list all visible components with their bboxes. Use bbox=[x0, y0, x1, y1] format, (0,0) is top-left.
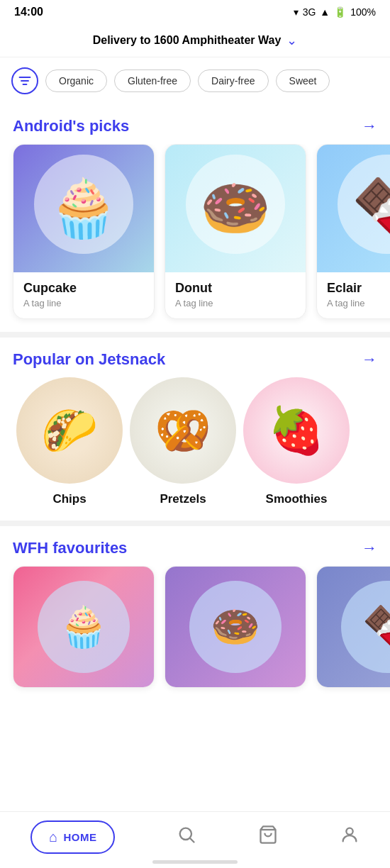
pick-card-donut[interactable]: 🍩 Donut A tag line bbox=[165, 144, 306, 319]
popular-circle-smoothies: 🍓 bbox=[243, 377, 350, 484]
chevron-down-icon[interactable]: ⌄ bbox=[286, 33, 297, 48]
filter-icon bbox=[18, 74, 32, 88]
pick-card-donut-img: 🍩 bbox=[165, 145, 306, 272]
status-time: 14:00 bbox=[14, 6, 43, 18]
delivery-header[interactable]: Delivery to 1600 Amphitheater Way ⌄ bbox=[0, 24, 390, 57]
status-bar: 14:00 ▾ 3G ▲ 🔋 100% bbox=[0, 0, 390, 24]
wfh-header: WFH favourites → bbox=[0, 526, 390, 566]
wfh-cupcake-emoji: 🧁 bbox=[13, 567, 154, 687]
filter-chip-organic[interactable]: Organic bbox=[45, 69, 107, 92]
signal-icon: ▲ bbox=[320, 6, 330, 18]
androids-picks-title: Android's picks bbox=[13, 117, 129, 135]
wfh-card-eclair-img: 🍫 bbox=[317, 567, 390, 687]
filter-chip-gluten-free[interactable]: Gluten-free bbox=[114, 69, 191, 92]
filter-row: Organic Gluten-free Dairy-free Sweet bbox=[0, 57, 390, 104]
wfh-card-cupcake-img: 🧁 bbox=[13, 567, 154, 687]
popular-item-chips[interactable]: 🌮 Chips bbox=[13, 377, 126, 506]
pretzels-emoji: 🥨 bbox=[155, 408, 211, 453]
home-indicator bbox=[152, 860, 238, 864]
wfh-arrow[interactable]: → bbox=[362, 539, 377, 557]
pick-card-cupcake[interactable]: 🧁 Cupcake A tag line bbox=[13, 144, 155, 319]
wfh-card-cupcake[interactable]: 🧁 bbox=[13, 566, 155, 688]
wfh-donut-emoji: 🍩 bbox=[165, 567, 306, 687]
wfh-title: WFH favourites bbox=[13, 539, 127, 557]
pick-card-cupcake-img: 🧁 bbox=[13, 145, 154, 272]
picks-scroll: 🧁 Cupcake A tag line 🍩 Donut A tag line … bbox=[0, 144, 390, 332]
battery-icon: 🔋 bbox=[334, 6, 346, 18]
filter-chip-dairy-free[interactable]: Dairy-free bbox=[198, 69, 268, 92]
filter-chip-sweet[interactable]: Sweet bbox=[276, 69, 330, 92]
popular-header: Popular on Jetsnack → bbox=[0, 338, 390, 377]
profile-icon[interactable] bbox=[340, 825, 360, 850]
popular-arrow[interactable]: → bbox=[362, 350, 377, 369]
pick-card-eclair[interactable]: 🍫 Eclair A tag line bbox=[316, 144, 390, 319]
androids-picks-arrow[interactable]: → bbox=[362, 117, 377, 135]
search-icon[interactable] bbox=[177, 825, 196, 850]
svg-line-4 bbox=[190, 838, 194, 842]
popular-title: Popular on Jetsnack bbox=[13, 350, 165, 369]
pick-card-cupcake-name: Cupcake bbox=[23, 281, 144, 296]
pick-card-eclair-tagline: A tag line bbox=[327, 298, 390, 308]
pick-card-eclair-img: 🍫 bbox=[317, 145, 390, 272]
wfh-card-donut-img: 🍩 bbox=[165, 567, 306, 687]
popular-label-smoothies: Smoothies bbox=[266, 492, 328, 506]
battery-label: 100% bbox=[350, 6, 376, 18]
pick-card-eclair-name: Eclair bbox=[327, 281, 390, 296]
popular-circle-chips: 🌮 bbox=[16, 377, 123, 484]
popular-item-smoothies[interactable]: 🍓 Smoothies bbox=[240, 377, 353, 506]
pick-card-donut-tagline: A tag line bbox=[175, 298, 296, 308]
delivery-address: Delivery to 1600 Amphitheater Way bbox=[93, 34, 282, 47]
wfh-card-donut[interactable]: 🍩 bbox=[165, 566, 306, 688]
popular-circle-pretzels: 🥨 bbox=[130, 377, 236, 484]
popular-section: Popular on Jetsnack → 🌮 Chips 🥨 Pretzels… bbox=[0, 338, 390, 521]
wfh-scroll: 🧁 🍩 🍫 bbox=[0, 566, 390, 701]
home-icon: ⌂ bbox=[49, 829, 57, 845]
network-label: 3G bbox=[303, 6, 316, 18]
cart-icon[interactable] bbox=[258, 825, 278, 850]
popular-items: 🌮 Chips 🥨 Pretzels 🍓 Smoothies bbox=[0, 377, 390, 521]
home-button[interactable]: ⌂ HOME bbox=[30, 820, 115, 854]
smoothies-emoji: 🍓 bbox=[268, 408, 325, 453]
filter-icon-button[interactable] bbox=[11, 67, 38, 94]
pick-card-donut-name: Donut bbox=[175, 281, 296, 296]
wfh-card-eclair[interactable]: 🍫 bbox=[316, 566, 390, 688]
popular-label-pretzels: Pretzels bbox=[160, 492, 206, 506]
wifi-icon: ▾ bbox=[294, 6, 299, 18]
wfh-section: WFH favourites → 🧁 🍩 🍫 bbox=[0, 526, 390, 701]
section-divider-2 bbox=[0, 521, 390, 526]
chips-emoji: 🌮 bbox=[41, 408, 98, 453]
popular-item-pretzels[interactable]: 🥨 Pretzels bbox=[126, 377, 240, 506]
svg-point-6 bbox=[346, 828, 352, 835]
popular-label-chips: Chips bbox=[52, 492, 86, 506]
wfh-eclair-emoji: 🍫 bbox=[317, 567, 390, 687]
bottom-nav: ⌂ HOME bbox=[0, 811, 390, 868]
androids-picks-header: Android's picks → bbox=[0, 104, 390, 144]
pick-card-cupcake-tagline: A tag line bbox=[23, 298, 144, 308]
home-label: HOME bbox=[63, 831, 96, 843]
section-divider-1 bbox=[0, 332, 390, 338]
status-icons: ▾ 3G ▲ 🔋 100% bbox=[294, 6, 376, 18]
